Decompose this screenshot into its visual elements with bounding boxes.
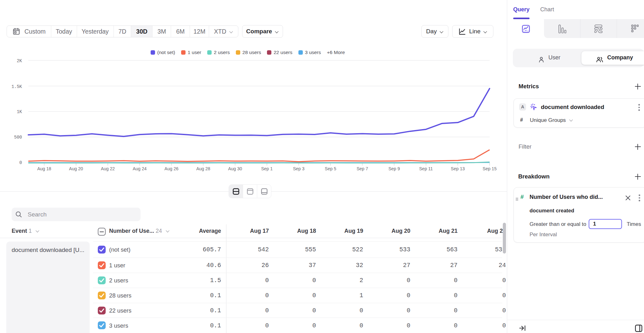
svg-text:Sep 7: Sep 7 — [357, 166, 368, 171]
svg-text:Sep 3: Sep 3 — [293, 166, 305, 171]
svg-text:Aug 18: Aug 18 — [37, 166, 51, 171]
svg-text:Sep 15: Sep 15 — [483, 166, 497, 171]
svg-text:2K: 2K — [17, 58, 22, 63]
svg-text:Aug 22: Aug 22 — [101, 166, 115, 171]
svg-text:Aug 30: Aug 30 — [228, 166, 242, 171]
svg-text:Aug 26: Aug 26 — [164, 166, 179, 171]
svg-text:Sep 11: Sep 11 — [419, 166, 433, 171]
svg-text:Sep 13: Sep 13 — [451, 166, 465, 171]
svg-text:Aug 20: Aug 20 — [69, 166, 83, 171]
svg-text:Aug 28: Aug 28 — [196, 166, 210, 171]
svg-text:500: 500 — [14, 135, 22, 140]
svg-text:1K: 1K — [17, 109, 22, 114]
svg-text:Sep 1: Sep 1 — [261, 166, 273, 171]
svg-text:1.5K: 1.5K — [11, 84, 22, 89]
svg-text:Sep 5: Sep 5 — [325, 166, 336, 171]
svg-text:0: 0 — [19, 160, 22, 165]
svg-text:Aug 24: Aug 24 — [133, 166, 147, 171]
svg-text:Sep 9: Sep 9 — [388, 166, 400, 171]
